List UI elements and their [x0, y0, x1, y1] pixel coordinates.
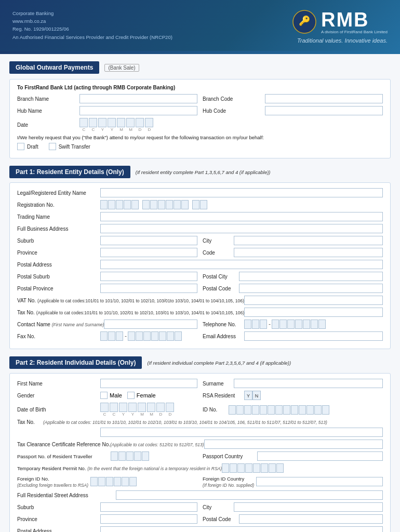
reg-box-6[interactable]: [142, 200, 150, 209]
p2-suburb-input[interactable]: [100, 502, 197, 512]
passport-country-input[interactable]: [257, 451, 383, 461]
tax-input[interactable]: [244, 308, 383, 317]
tel-col: Telephone No. -: [203, 320, 383, 329]
p2-province-code-row: Province Postal Code: [17, 514, 383, 524]
postal-province-input[interactable]: [100, 284, 197, 293]
postal-suburb-input[interactable]: [100, 272, 197, 281]
draft-checkbox[interactable]: [17, 143, 24, 150]
reg-box-12[interactable]: [192, 200, 199, 209]
y-box[interactable]: Y: [244, 391, 252, 400]
hub-code-input[interactable]: [265, 106, 383, 115]
p2-province-input[interactable]: [100, 514, 197, 524]
part2-subtitle: (If resident individual complete Part 2,…: [147, 360, 291, 366]
email-input[interactable]: [244, 331, 383, 341]
surname-input[interactable]: [234, 379, 383, 388]
reg-box-8[interactable]: [158, 200, 165, 209]
postal-code-input[interactable]: [239, 284, 383, 293]
reg-box-5[interactable]: [131, 200, 139, 209]
branch-code-input[interactable]: [265, 94, 383, 103]
main-content: Global Outward Payments (Bank Sale) To F…: [0, 54, 400, 532]
p2-tax-input[interactable]: [100, 428, 383, 437]
residential-address-input[interactable]: [116, 490, 383, 500]
suburb-city-row: Suburb City: [17, 236, 383, 245]
suburb-input[interactable]: [100, 236, 197, 245]
postal-province-label: Postal Province: [17, 286, 100, 291]
branch-name-input[interactable]: [79, 94, 197, 103]
code-input[interactable]: [234, 248, 383, 257]
reg-box-9[interactable]: [166, 200, 173, 209]
page-header: Corporate Banking www.rmb.co.za Reg. No.…: [0, 0, 400, 51]
foreign-id-note: (Excluding foreign travellers to RSA): [17, 483, 88, 488]
p2-postal-code-input[interactable]: [239, 514, 383, 524]
male-option[interactable]: Male: [100, 392, 122, 399]
part1-form-card: Legal/Registered Entity Name Registratio…: [9, 182, 391, 349]
p2-postal-address-input[interactable]: [100, 526, 383, 532]
business-address-input[interactable]: [100, 224, 383, 233]
contact-col: Contact Name (First Name and Surname): [17, 320, 197, 329]
reg-box-10[interactable]: [174, 200, 181, 209]
temp-resident-row: Temporary Resident Permit No. (In the ev…: [17, 463, 383, 473]
passport-row: Passport No. of Resident Traveller Passp…: [17, 451, 383, 461]
rmb-logo: 🔑 RMB A division of FirstRand Bank Limit…: [292, 9, 388, 34]
p2-city-input[interactable]: [234, 502, 383, 512]
dob-boxes: C C Y Y M M D D: [100, 403, 175, 417]
tax-clearance-row: Tax Clearance Certificate Reference No.(…: [17, 440, 383, 449]
dob-label: Date of Birth: [17, 407, 100, 413]
foreign-id-row: Foreign ID No. (Excluding foreign travel…: [17, 475, 383, 488]
foreign-id-boxes: [90, 477, 137, 486]
part1-header: Part 1: Resident Entity Details (Only) (…: [9, 166, 391, 178]
n-box[interactable]: N: [252, 391, 261, 400]
reg-box-2[interactable]: [108, 200, 115, 209]
p2-tax-row: Tax No. (Applicable to cat codes: 101/01…: [17, 419, 383, 425]
residential-address-row: Full Residential Street Address: [17, 490, 383, 500]
postal-suburb-label: Postal Suburb: [17, 274, 100, 280]
swift-checkbox[interactable]: [49, 143, 56, 150]
page-title: Global Outward Payments: [9, 61, 99, 74]
date-d1: D: [136, 118, 144, 132]
surname-label: Surname: [203, 381, 234, 387]
rmb-text: RMB A division of FirstRand Bank Limited: [321, 10, 388, 34]
vat-input[interactable]: [244, 296, 383, 305]
passport-no-col: Passport No. of Resident Traveller: [17, 451, 197, 461]
dob-col: Date of Birth C C Y Y M M D D: [17, 403, 197, 417]
tax-clearance-input[interactable]: [204, 440, 383, 449]
postal-city-input[interactable]: [239, 272, 383, 281]
dob-id-row: Date of Birth C C Y Y M M D D ID No.: [17, 403, 383, 417]
surname-col: Surname: [203, 379, 383, 388]
male-checkbox[interactable]: [100, 392, 108, 399]
reg-box-7[interactable]: [150, 200, 157, 209]
foreign-id-country-input[interactable]: [256, 477, 383, 486]
province-input[interactable]: [100, 248, 197, 257]
draft-option[interactable]: Draft: [17, 143, 38, 150]
id-boxes: [229, 405, 330, 415]
province-col: Province: [17, 248, 197, 257]
branch-row: Branch Name Branch Code: [17, 94, 383, 103]
part1-title: Part 1: Resident Entity Details (Only): [9, 166, 130, 178]
province-code-row: Province Code: [17, 248, 383, 257]
postal-address-input[interactable]: [100, 260, 383, 269]
female-option[interactable]: Female: [127, 392, 156, 399]
swift-option[interactable]: Swift Transfer: [49, 143, 90, 150]
reg-box-1[interactable]: [100, 200, 108, 209]
first-name-input[interactable]: [100, 379, 197, 388]
legal-name-input[interactable]: [100, 188, 383, 197]
reg-box-13[interactable]: [200, 200, 207, 209]
postal-city-col: Postal City: [203, 272, 383, 281]
passport-country-col: Passport Country: [203, 451, 383, 461]
trading-name-input[interactable]: [100, 212, 383, 221]
reg-box-3[interactable]: [116, 200, 123, 209]
p2-province-label: Province: [17, 516, 100, 522]
date-m1: M: [117, 118, 126, 132]
hub-name-input[interactable]: [79, 106, 197, 115]
city-input[interactable]: [234, 236, 383, 245]
request-text: I/We hereby request that you ("the Bank"…: [17, 135, 264, 140]
female-checkbox[interactable]: [127, 392, 135, 399]
province-label: Province: [17, 250, 100, 256]
p2-city-label: City: [203, 504, 234, 510]
hub-name-col: Hub Name: [17, 106, 197, 115]
date-c1: C: [79, 118, 88, 132]
reg-box-11[interactable]: [181, 200, 189, 209]
p2-postal-code-label: Postal Code: [203, 516, 239, 522]
contact-name-input[interactable]: [104, 320, 197, 329]
reg-box-4[interactable]: [124, 200, 131, 209]
